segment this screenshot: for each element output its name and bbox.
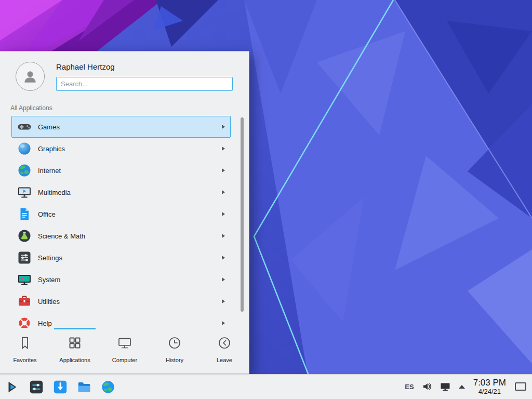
gamepad-icon xyxy=(17,119,32,134)
category-item-help[interactable]: Help xyxy=(11,312,231,328)
clock-icon xyxy=(167,336,182,350)
category-label: Games xyxy=(38,123,60,131)
keyboard-layout-indicator[interactable]: ES xyxy=(405,383,414,391)
category-item-science-math[interactable]: Science & Math xyxy=(11,225,231,247)
toolbox-icon xyxy=(17,294,32,309)
wired-network-icon[interactable] xyxy=(440,382,450,391)
tab-label: Applications xyxy=(59,357,90,363)
sliders-icon xyxy=(17,250,32,265)
volume-icon[interactable] xyxy=(422,382,432,391)
dark-settings-tile-icon[interactable] xyxy=(28,379,45,395)
category-label: Help xyxy=(38,320,52,327)
category-label: Multimedia xyxy=(38,189,71,196)
user-avatar[interactable] xyxy=(16,62,45,91)
folder-icon[interactable] xyxy=(76,379,92,395)
tab-leave[interactable]: Leave xyxy=(200,328,249,375)
tab-computer[interactable]: Computer xyxy=(100,328,150,375)
system-monitor-icon xyxy=(17,272,32,287)
tab-history[interactable]: History xyxy=(150,328,200,375)
system-tray: ES 7:03 PM 4/24/21 xyxy=(405,378,528,395)
app-menu-icon[interactable] xyxy=(4,379,21,395)
app-grid-icon xyxy=(68,336,82,350)
flask-icon xyxy=(17,229,32,243)
person-icon xyxy=(21,68,39,85)
monitor-play-icon xyxy=(17,185,32,200)
web-globe-icon[interactable] xyxy=(100,379,116,395)
submenu-arrow-icon xyxy=(222,234,225,238)
clock[interactable]: 7:03 PM 4/24/21 xyxy=(473,378,506,395)
tab-label: Computer xyxy=(112,357,137,363)
category-list: Games Graphics Internet Multimedia xyxy=(0,116,249,328)
submenu-arrow-icon xyxy=(222,256,225,260)
category-item-internet[interactable]: Internet xyxy=(11,159,231,181)
category-item-settings[interactable]: Settings xyxy=(11,247,231,269)
tab-label: History xyxy=(166,357,183,363)
leave-icon xyxy=(217,336,232,350)
tab-applications[interactable]: Applications xyxy=(50,328,100,375)
submenu-arrow-icon xyxy=(222,147,225,151)
section-label: All Applications xyxy=(10,104,52,112)
bookmark-icon xyxy=(18,336,32,350)
category-item-office[interactable]: Office xyxy=(11,203,231,225)
submenu-arrow-icon xyxy=(222,168,225,172)
category-label: Science & Math xyxy=(38,232,85,240)
computer-icon xyxy=(117,336,132,350)
category-item-system[interactable]: System xyxy=(11,269,231,290)
user-name: Raphael Hertzog xyxy=(56,62,115,71)
submenu-arrow-icon xyxy=(222,212,225,216)
expand-caret-icon[interactable] xyxy=(459,385,465,389)
tab-label: Favorites xyxy=(13,357,36,363)
paint-sphere-icon xyxy=(17,141,32,156)
category-label: Utilities xyxy=(38,298,60,305)
category-item-games[interactable]: Games xyxy=(11,116,231,138)
submenu-arrow-icon xyxy=(222,299,225,303)
category-item-multimedia[interactable]: Multimedia xyxy=(11,181,231,203)
clock-date: 4/24/21 xyxy=(473,388,506,396)
blue-download-tile-icon[interactable] xyxy=(52,379,69,395)
submenu-arrow-icon xyxy=(222,125,225,129)
tab-favorites[interactable]: Favorites xyxy=(0,328,50,375)
clock-time: 7:03 PM xyxy=(473,378,506,388)
show-desktop-icon[interactable] xyxy=(514,381,527,392)
globe-icon xyxy=(17,163,32,178)
taskbar: ES 7:03 PM 4/24/21 xyxy=(0,374,532,399)
category-label: Graphics xyxy=(38,145,65,153)
submenu-arrow-icon xyxy=(222,321,225,325)
category-item-utilities[interactable]: Utilities xyxy=(11,290,231,312)
category-label: Settings xyxy=(38,254,62,262)
taskbar-launchers xyxy=(4,379,116,395)
submenu-arrow-icon xyxy=(222,190,225,194)
category-item-graphics[interactable]: Graphics xyxy=(11,138,231,159)
search-input[interactable] xyxy=(56,77,233,91)
launcher-tab-bar: Favorites Applications Computer History … xyxy=(0,328,249,375)
tab-label: Leave xyxy=(217,357,232,363)
lifebuoy-icon xyxy=(17,316,32,328)
category-label: System xyxy=(38,276,60,284)
category-label: Internet xyxy=(38,167,61,175)
application-launcher-panel: Raphael Hertzog All Applications Games G… xyxy=(0,51,249,374)
document-icon xyxy=(17,207,32,221)
category-label: Office xyxy=(38,210,56,218)
list-scrollbar[interactable] xyxy=(241,117,244,312)
submenu-arrow-icon xyxy=(222,277,225,282)
